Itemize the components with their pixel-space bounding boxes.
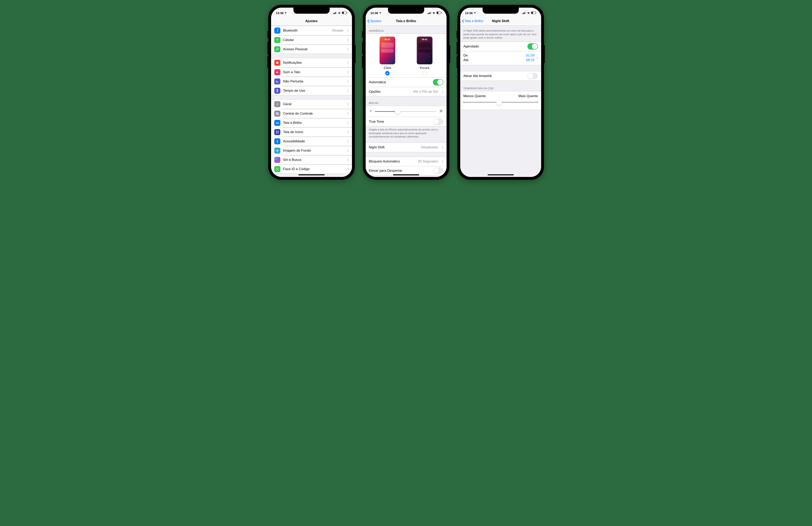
settings-row-wallpaper[interactable]: Imagem de Fundo: [271, 146, 352, 155]
svg-point-11: [276, 112, 277, 113]
appearance-label: Clara: [379, 66, 395, 69]
settings-row-control-center[interactable]: Central de Controle: [271, 109, 352, 118]
chevron-right-icon: [347, 121, 349, 124]
flower-icon: [274, 148, 280, 154]
row-label: Acessibilidade: [283, 139, 305, 144]
settings-row-sounds[interactable]: Som e Tato: [271, 67, 352, 77]
chevron-right-icon: [347, 168, 349, 170]
row-label: Automática: [369, 80, 386, 84]
power-button: [544, 45, 545, 63]
settings-row-dnd[interactable]: Não Perturbe: [271, 77, 352, 86]
to-time: 08:15: [526, 58, 535, 62]
volume-down: [362, 56, 363, 68]
nav-back-button[interactable]: Ajustes: [367, 16, 381, 26]
truetone-toggle[interactable]: [433, 118, 443, 125]
svg-rect-6: [347, 12, 347, 13]
svg-rect-28: [429, 13, 429, 14]
to-label: Até: [463, 58, 469, 62]
bluetooth-icon: [274, 28, 280, 34]
display-scroll[interactable]: Aparência 09:41 Clara 09:41 Escura Autom…: [366, 26, 447, 177]
chevron-right-icon: [347, 48, 349, 51]
raise-toggle[interactable]: [433, 167, 443, 174]
svg-rect-33: [441, 12, 442, 13]
row-label: Não Perturbe: [283, 79, 303, 84]
chevron-left-icon: [462, 19, 464, 23]
manual-toggle[interactable]: [527, 73, 538, 79]
row-label: Bluetooth: [283, 29, 298, 33]
brightness-header: Brilho: [366, 100, 447, 106]
settings-row-faceid[interactable]: Face ID e Código: [271, 164, 352, 174]
wifi-icon: [432, 11, 435, 15]
manual-enable-row: Ativar Até Amanhã: [460, 71, 541, 81]
battery-icon: [342, 11, 347, 15]
wifi-icon: [338, 11, 341, 15]
svg-rect-27: [427, 13, 428, 14]
settings-row-display[interactable]: AA Tela e Brilho: [271, 118, 352, 127]
nightshift-row[interactable]: Night Shift Desativado: [366, 143, 447, 152]
antenna-icon: [274, 37, 280, 43]
svg-point-13: [277, 114, 278, 115]
truetone-footer: Adapte a tela do iPhone automaticamente …: [366, 126, 447, 139]
chevron-right-icon: [442, 146, 443, 149]
settings-row-cellular[interactable]: Celular: [271, 35, 352, 44]
svg-rect-18: [277, 132, 278, 133]
settings-row-bluetooth[interactable]: Bluetooth Ativado: [271, 26, 352, 35]
options-row[interactable]: Opções Até o Pôr do Sol: [366, 87, 447, 96]
automatic-toggle[interactable]: [433, 79, 443, 86]
chevron-right-icon: [347, 29, 349, 32]
location-icon: [379, 11, 381, 15]
from-time: 01:00: [526, 53, 535, 58]
home-indicator[interactable]: [299, 174, 324, 175]
autolock-row[interactable]: Bloqueio Automático 30 Segundos: [366, 157, 447, 166]
power-button: [355, 45, 356, 63]
settings-row-general[interactable]: Geral: [271, 100, 352, 109]
row-label: Bloqueio Automático: [369, 160, 400, 164]
home-indicator[interactable]: [488, 174, 514, 175]
appearance-label: Escura: [417, 66, 433, 69]
status-time: 13:36: [465, 11, 473, 15]
settings-scroll[interactable]: Bluetooth Ativado Celular Acesso Pessoal: [271, 26, 352, 177]
nav-back-button[interactable]: Tela e Brilho: [462, 16, 483, 26]
settings-row-notifications[interactable]: Notificações: [271, 58, 352, 67]
settings-row-accessibility[interactable]: Acessibilidade: [271, 136, 352, 146]
chevron-right-icon: [347, 149, 349, 152]
appearance-option-dark[interactable]: 09:41 Escura: [417, 36, 433, 75]
svg-rect-37: [523, 13, 524, 14]
appearance-option-light[interactable]: 09:41 Clara: [379, 36, 395, 75]
scheduled-toggle[interactable]: [527, 43, 538, 50]
chevron-right-icon: [442, 160, 443, 163]
svg-rect-39: [525, 12, 526, 14]
settings-row-screen-time[interactable]: Tempo de Uso: [271, 86, 352, 95]
switches-icon: [274, 110, 280, 117]
status-time: 13:36: [371, 11, 378, 15]
phone-mockup-nightshift: 13:36 Tela e Brilho Night Shift O Night …: [458, 5, 544, 180]
nightshift-scroll[interactable]: O Night Shift altera automaticamente as …: [460, 26, 541, 177]
row-label: Som e Tato: [283, 70, 301, 74]
row-label: Elevar para Despertar: [369, 169, 402, 173]
chevron-right-icon: [347, 89, 349, 92]
settings-row-home[interactable]: Tela de Início: [271, 127, 352, 136]
volume-switch: [362, 31, 363, 38]
chevron-right-icon: [347, 112, 349, 115]
settings-row-hotspot[interactable]: Acesso Pessoal: [271, 44, 352, 54]
radio-checked-icon[interactable]: [385, 71, 390, 75]
radio-unchecked-icon[interactable]: [422, 71, 427, 75]
schedule-time-row[interactable]: De Até 01:00 08:15: [460, 51, 541, 65]
svg-point-23: [276, 150, 277, 151]
volume-switch: [267, 31, 268, 38]
temperature-slider[interactable]: [463, 99, 538, 105]
row-detail: Até o Pôr do Sol: [413, 90, 438, 94]
nav-back-label: Tela e Brilho: [465, 19, 483, 23]
svg-rect-32: [437, 12, 438, 14]
nav-back-label: Ajustes: [370, 19, 381, 23]
nav-title: Night Shift: [492, 19, 509, 23]
home-indicator[interactable]: [393, 174, 419, 175]
phone-mockup-settings: 13:36 Ajustes Bluetooth Ativado: [268, 5, 355, 180]
brightness-slider[interactable]: [375, 108, 436, 115]
nav-bar: Ajustes: [271, 16, 352, 26]
automatic-row: Automática: [366, 78, 447, 87]
location-icon: [474, 11, 476, 15]
svg-rect-41: [532, 12, 533, 14]
settings-row-siri[interactable]: Siri e Busca: [271, 155, 352, 164]
location-icon: [284, 11, 287, 15]
